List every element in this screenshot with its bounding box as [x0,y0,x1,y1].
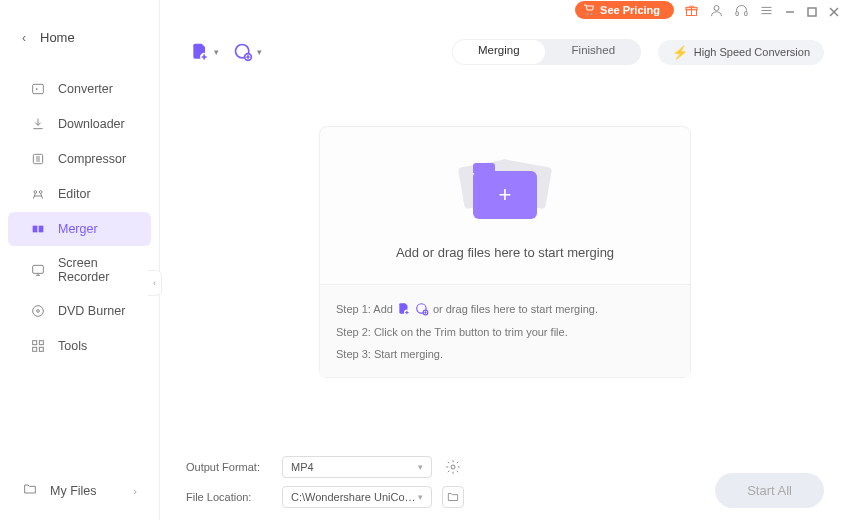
svg-point-1 [591,13,593,15]
chevron-right-icon: › [133,485,137,497]
screen-recorder-icon [30,262,46,278]
svg-rect-6 [745,11,748,15]
main-panel: ▾ ▾ Merging Finished ⚡ High Speed Conver… [160,30,850,520]
svg-rect-13 [39,226,44,233]
steps-panel: Step 1: Add or drag files here to start … [320,284,690,377]
drop-zone-text: Add or drag files here to start merging [330,245,680,260]
file-add-icon [190,42,210,62]
svg-rect-5 [736,11,739,15]
settings-button[interactable] [442,456,464,478]
sidebar-item-dvd-burner[interactable]: DVD Burner [8,294,151,328]
svg-point-27 [451,465,455,469]
chevron-down-icon: ▾ [418,462,423,472]
drop-zone[interactable]: + Add or drag files here to start mergin… [319,126,691,378]
headset-icon[interactable] [734,3,749,18]
folder-icon [22,481,38,500]
maximize-button[interactable] [806,4,818,16]
folder-icon [446,490,460,504]
menu-icon[interactable] [759,3,774,18]
step-3: Step 3: Start merging. [336,343,674,365]
svg-point-16 [37,310,40,313]
start-all-button[interactable]: Start All [715,473,824,508]
file-location-label: File Location: [186,491,272,503]
folder-add-illustration: + [455,157,555,227]
tab-segment: Merging Finished [452,39,641,65]
editor-icon [30,186,46,202]
circle-add-icon [415,302,429,316]
sidebar: ‹ Home Converter Downloader Compressor E… [0,0,160,520]
dvd-burner-icon [30,303,46,319]
svg-rect-12 [33,226,38,233]
plus-icon: + [499,182,512,208]
chevron-down-icon: ▾ [214,47,219,57]
svg-rect-7 [808,8,816,16]
high-speed-toggle[interactable]: ⚡ High Speed Conversion [658,40,824,65]
my-files-label: My Files [50,484,97,498]
file-location-value: C:\Wondershare UniConverter 1 [291,491,418,503]
output-format-value: MP4 [291,461,314,473]
gear-icon [445,459,461,475]
sidebar-item-tools[interactable]: Tools [8,329,151,363]
toolbar: ▾ ▾ Merging Finished ⚡ High Speed Conver… [186,38,824,66]
close-button[interactable] [828,4,840,16]
sidebar-item-label: DVD Burner [58,304,125,318]
tab-merging[interactable]: Merging [453,40,545,64]
sidebar-item-label: Screen Recorder [58,256,129,284]
step-2: Step 2: Click on the Trim button to trim… [336,321,674,343]
output-format-select[interactable]: MP4 ▾ [282,456,432,478]
cart-icon [583,4,595,16]
user-icon[interactable] [709,3,724,18]
add-circle-button[interactable]: ▾ [229,38,266,66]
sidebar-item-converter[interactable]: Converter [8,72,151,106]
bolt-icon: ⚡ [672,45,688,60]
sidebar-item-label: Editor [58,187,91,201]
svg-rect-18 [39,341,43,345]
see-pricing-button[interactable]: See Pricing [575,1,674,19]
chevron-down-icon: ▾ [418,492,423,502]
tab-finished[interactable]: Finished [546,39,641,65]
titlebar: See Pricing [565,0,850,20]
file-location-select[interactable]: C:\Wondershare UniConverter 1 ▾ [282,486,432,508]
svg-rect-19 [33,347,37,351]
circle-add-icon [233,42,253,62]
see-pricing-label: See Pricing [600,4,660,16]
svg-point-0 [587,13,589,15]
sidebar-item-editor[interactable]: Editor [8,177,151,211]
gift-icon[interactable] [684,3,699,18]
add-file-button[interactable]: ▾ [186,38,223,66]
svg-point-10 [34,191,37,194]
sidebar-item-downloader[interactable]: Downloader [8,107,151,141]
svg-point-11 [39,191,42,194]
sidebar-item-label: Converter [58,82,113,96]
compressor-icon [30,151,46,167]
tools-icon [30,338,46,354]
step-1: Step 1: Add or drag files here to start … [336,297,674,321]
svg-point-15 [33,306,44,317]
file-add-icon [397,302,411,316]
open-folder-button[interactable] [442,486,464,508]
bottom-bar: Output Format: MP4 ▾ File Location: C:\W… [186,456,824,508]
svg-rect-20 [39,347,43,351]
sidebar-item-label: Downloader [58,117,125,131]
home-nav[interactable]: ‹ Home [0,20,159,55]
high-speed-label: High Speed Conversion [694,46,810,58]
downloader-icon [30,116,46,132]
home-label: Home [40,30,75,45]
my-files-nav[interactable]: My Files › [0,473,159,508]
sidebar-item-label: Compressor [58,152,126,166]
chevron-down-icon: ▾ [257,47,262,57]
svg-rect-17 [33,341,37,345]
merger-icon [30,221,46,237]
sidebar-item-compressor[interactable]: Compressor [8,142,151,176]
svg-point-4 [714,5,719,10]
sidebar-item-screen-recorder[interactable]: Screen Recorder [8,247,151,293]
sidebar-item-merger[interactable]: Merger [8,212,151,246]
output-format-label: Output Format: [186,461,272,473]
chevron-left-icon: ‹ [22,31,26,45]
sidebar-item-label: Tools [58,339,87,353]
minimize-button[interactable] [784,4,796,16]
converter-icon [30,81,46,97]
sidebar-item-label: Merger [58,222,98,236]
svg-rect-14 [33,265,44,273]
